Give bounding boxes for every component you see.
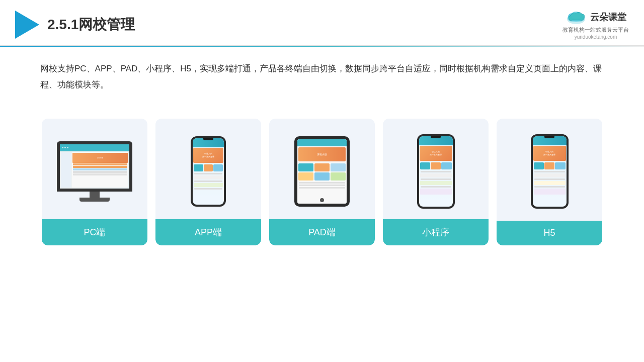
h5-block-3 [534,189,566,195]
phone-notch [203,138,213,140]
app-grid-2 [204,164,213,171]
pc-screen-header [60,144,129,151]
pad-banner: 课程内容 [298,147,346,161]
pad-grid-3 [331,163,346,171]
pad-grid-6 [331,172,346,180]
h5-label: H5 [497,221,602,245]
pad-row-3 [299,187,345,189]
cloud-logo-icon [565,9,587,25]
app-screen: 职达人的第一堂兴趣课 [193,138,224,205]
miniprogram-label: 小程序 [383,219,489,245]
mp-row-2 [421,178,451,180]
miniprogram-phone-mockup: 职达人的第一堂兴趣课 [417,134,455,209]
miniprogram-banner: 职达人的第一堂兴趣课 [420,146,452,161]
h5-screen: 职达人的第一堂兴趣课 [533,136,567,207]
app-banner: 职达人的第一堂兴趣课 [193,148,223,163]
pc-card: 课程管理 PC端 [42,119,147,245]
miniprogram-card: 职达人的第一堂兴趣课 小程序 [383,119,489,245]
h5-row-1 [534,171,565,172]
mp-row-3 [421,186,451,188]
pad-banner-text: 课程内容 [317,153,327,156]
app-banner-text: 职达人的第一堂兴趣课 [202,152,214,157]
h5-card: 职达人的第一堂兴趣课 H5 [497,119,602,245]
brand-tagline: 教育机构一站式服务云平台 [562,26,629,34]
brand-url: yunduoketang.com [575,34,617,40]
h5-notch [544,136,554,138]
pad-screen: 课程内容 [297,139,347,204]
h5-block-1 [534,173,566,177]
mp-grid-2 [431,162,441,169]
pad-tablet-mockup: 课程内容 [294,136,350,207]
app-label: APP端 [155,219,261,245]
app-card: 职达人的第一堂兴趣课 APP端 [155,119,261,245]
pad-grid [298,163,346,180]
mp-block-1 [420,173,452,177]
pc-banner: 课程管理 [72,153,128,163]
pc-row-5 [73,173,127,175]
miniprogram-screen: 职达人的第一堂兴趣课 [419,136,453,207]
app-phone-mockup: 职达人的第一堂兴趣课 [191,136,226,207]
pad-grid-1 [298,163,313,171]
pad-row-1 [299,182,345,184]
pc-screen-body: 课程管理 [60,151,129,189]
h5-banner: 职达人的第一堂兴趣课 [533,146,566,161]
pad-label: PAD端 [269,219,375,245]
miniprogram-banner-text: 职达人的第一堂兴趣课 [430,150,442,155]
h5-grid-1 [534,162,544,169]
h5-grid [534,162,566,169]
page-header: 2.5.1网校管理 云朵课堂 教育机构一站式服务云平台 yunduoketang… [0,0,644,46]
mp-block-2 [420,181,452,185]
brand-name: 云朵课堂 [590,11,626,23]
app-image-area: 职达人的第一堂兴趣课 [155,119,261,219]
page-description: 网校支持PC、APP、PAD、小程序、H5，实现多端打通，产品各终端自由切换，数… [0,47,644,99]
h5-block-2 [534,181,566,185]
pc-neck [90,192,100,198]
app-block-2 [194,183,223,187]
h5-row-2 [534,178,565,180]
miniprogram-image-area: 职达人的第一堂兴趣课 [383,119,489,219]
mp-grid-3 [441,162,451,169]
h5-grid-2 [544,162,554,169]
pc-screen: 课程管理 [60,144,129,189]
mp-block-3 [420,189,452,195]
pad-grid-5 [314,172,330,180]
app-row-3 [194,188,222,190]
pc-dot-2 [64,147,66,148]
pc-image-area: 课程管理 [42,119,147,219]
pad-screen-header [297,139,347,146]
brand-logo: 云朵课堂 [565,9,626,25]
pc-monitor: 课程管理 [57,141,132,192]
miniprogram-grid [420,162,452,169]
pad-image-area: 课程内容 [269,119,375,219]
pc-row-1 [73,163,127,165]
mp-grid-1 [420,162,430,169]
pc-dot-1 [62,147,63,148]
pad-home-button [320,198,324,202]
description-text: 网校支持PC、APP、PAD、小程序、H5，实现多端打通，产品各终端自由切换，数… [40,64,602,89]
h5-image-area: 职达人的第一堂兴趣课 [497,119,602,219]
app-grid-3 [213,164,223,171]
header-left: 2.5.1网校管理 [15,11,135,39]
h5-banner-text: 职达人的第一堂兴趣课 [543,150,555,155]
app-row-2 [194,180,222,182]
pc-banner-text: 课程管理 [97,157,103,159]
brand-area: 云朵课堂 教育机构一站式服务云平台 yunduoketang.com [562,9,629,40]
h5-row-3 [534,186,565,188]
pc-row-4 [73,171,127,173]
pc-row-2 [73,166,127,168]
pad-row-2 [299,185,345,186]
pad-grid-2 [314,163,330,171]
app-grid-1 [194,164,203,171]
app-block-1 [194,175,223,179]
h5-phone-mockup: 职达人的第一堂兴趣课 [531,134,569,209]
pad-card: 课程内容 PAD端 [269,119,375,245]
app-row-1 [194,173,222,174]
pc-main-area: 课程管理 [72,152,128,188]
miniprogram-notch [431,136,441,138]
pc-base [79,198,110,202]
mp-row-1 [421,171,451,172]
device-cards-container: 课程管理 PC端 [0,104,644,255]
pc-dot-3 [67,147,68,148]
pc-mockup: 课程管理 [57,141,132,202]
pc-label: PC端 [42,219,147,245]
